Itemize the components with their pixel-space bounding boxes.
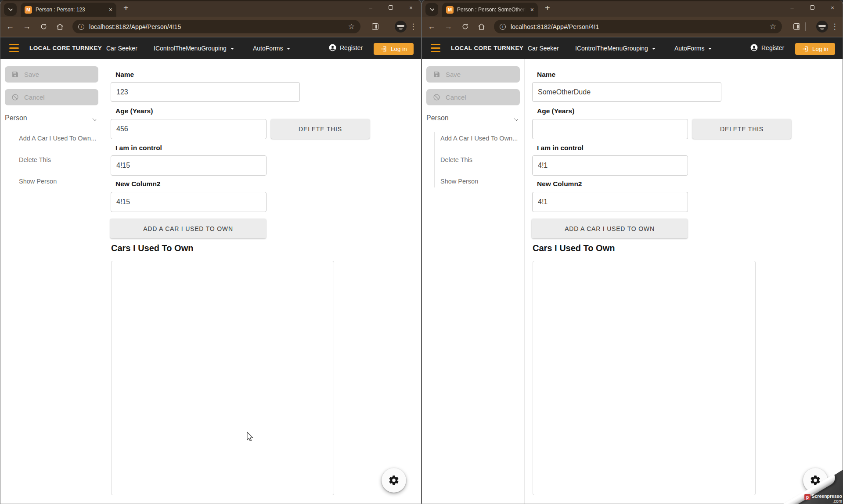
cars-list-box [533,261,756,495]
sidebar-item-add-car[interactable]: Add A Car I Used To Own... [19,135,96,142]
column2-input[interactable]: 4!1 [532,192,688,212]
control-input[interactable]: 4!15 [111,155,267,176]
app-navbar: LOCAL CORE TURNKEY Car Seeker IControlTh… [0,37,421,59]
bookmark-star-icon[interactable]: ☆ [770,22,776,31]
control-input[interactable]: 4!1 [532,155,688,176]
reload-icon [461,23,469,30]
forward-button[interactable]: → [19,17,35,36]
minimize-button[interactable]: – [360,4,381,11]
column2-input[interactable]: 4!15 [111,192,267,212]
browser-toolbar: ← → i localhost:8182/App#/Person/4!1 ☆ ⋮ [422,17,843,37]
name-label: Name [537,71,555,79]
chevron-down-icon [429,6,434,11]
reload-button[interactable] [457,17,473,36]
side-panel-icon[interactable] [793,23,800,30]
mouse-cursor [246,432,254,442]
register-link[interactable]: Register [328,43,363,52]
gear-icon [388,475,400,486]
site-info-icon[interactable]: i [78,24,84,30]
age-input[interactable]: 456 [111,119,267,139]
back-button[interactable]: ← [2,17,18,36]
hamburger-menu-icon[interactable] [431,44,440,52]
tab-search-button[interactable] [4,3,17,16]
dropdown-caret-icon [652,48,656,50]
dropdown-caret-icon [708,48,712,50]
sidebar-item-show-person[interactable]: Show Person [440,178,478,185]
browser-window-right: M Person : Person: SomeOtherDude × + – ×… [422,0,843,504]
forward-button[interactable]: → [440,17,456,36]
tab-close-icon[interactable]: × [530,7,534,13]
cancel-button[interactable]: Cancel [426,89,520,105]
browser-tab[interactable]: M Person : Person: 123 × [21,3,116,17]
dropdown-caret-icon [231,48,234,50]
section-collapse-icon[interactable] [93,117,97,121]
new-tab-button[interactable]: + [545,3,550,13]
address-bar[interactable]: i localhost:8182/App#/Person/4!1 ☆ [494,20,782,33]
nav-item-autoforms[interactable]: AutoForms [253,45,290,52]
tab-close-icon[interactable]: × [109,7,112,13]
screenpresso-watermark: p Screenpresso .com [782,467,843,504]
minimize-button[interactable]: – [782,4,802,11]
window-controls: – × [782,0,843,15]
close-button[interactable]: × [401,4,421,11]
new-tab-button[interactable]: + [123,3,129,13]
delete-this-button[interactable]: DELETE THIS [692,119,791,139]
app-navbar: LOCAL CORE TURNKEY Car Seeker IControlTh… [422,37,843,59]
sidebar-section-person[interactable]: Person [5,114,27,122]
watermark-domain: .com [832,499,842,504]
cancel-button[interactable]: Cancel [5,89,98,105]
reload-button[interactable] [36,17,51,36]
person-icon [750,43,758,52]
browser-menu-icon[interactable]: ⋮ [829,17,840,36]
age-input[interactable] [532,119,688,139]
nav-item-car-seeker[interactable]: Car Seeker [106,45,137,52]
tab-search-button[interactable] [425,3,438,16]
hamburger-menu-icon[interactable] [9,44,19,52]
site-info-icon[interactable]: i [500,24,506,30]
settings-fab[interactable] [382,468,406,493]
login-button[interactable]: Log in [374,43,414,55]
delete-this-button[interactable]: DELETE THIS [271,119,370,139]
name-input[interactable]: SomeOtherDude [532,82,721,102]
watermark-brand: Screenpresso [812,493,842,499]
profile-avatar[interactable] [816,21,828,32]
sidebar-item-delete-this[interactable]: Delete This [19,156,51,163]
age-label: Age (Years) [115,107,153,115]
sidebar-section-person[interactable]: Person [426,114,449,122]
cars-list-box [111,261,334,495]
maximize-button[interactable] [802,5,822,10]
save-button[interactable]: Save [426,66,520,83]
nav-item-menu-grouping[interactable]: IControlTheMenuGrouping [575,45,656,52]
login-button[interactable]: Log in [795,43,835,55]
nav-item-menu-grouping[interactable]: IControlTheMenuGrouping [154,45,234,52]
sidebar-item-show-person[interactable]: Show Person [19,178,57,185]
sidebar-item-delete-this[interactable]: Delete This [440,156,472,163]
add-car-button[interactable]: ADD A CAR I USED TO OWN [110,219,266,238]
tab-title: Person : Person: SomeOtherDude [457,7,526,13]
sidebar-item-add-car[interactable]: Add A Car I Used To Own... [440,135,518,142]
name-label: Name [115,71,134,79]
register-link[interactable]: Register [750,43,784,52]
browser-tab[interactable]: M Person : Person: SomeOtherDude × [442,3,538,17]
maximize-button[interactable] [381,5,401,10]
page-content: Save Cancel Person Add A Car I Used To O… [422,59,843,504]
home-icon [477,22,486,31]
bookmark-star-icon[interactable]: ☆ [348,22,355,31]
back-button[interactable]: ← [424,17,440,36]
home-button[interactable] [52,17,68,36]
page-content: Save Cancel Person Add A Car I Used To O… [0,59,421,504]
profile-avatar[interactable] [395,21,407,32]
add-car-button[interactable]: ADD A CAR I USED TO OWN [532,219,688,238]
browser-menu-icon[interactable]: ⋮ [408,17,418,36]
app-brand[interactable]: LOCAL CORE TURNKEY [29,45,102,51]
nav-item-car-seeker[interactable]: Car Seeker [528,45,559,52]
home-button[interactable] [473,17,489,36]
nav-item-autoforms[interactable]: AutoForms [674,45,712,52]
app-brand[interactable]: LOCAL CORE TURNKEY [451,45,523,51]
save-button[interactable]: Save [5,66,98,83]
side-panel-icon[interactable] [372,23,378,30]
section-collapse-icon[interactable] [514,117,518,121]
close-button[interactable]: × [822,4,843,11]
address-bar[interactable]: i localhost:8182/App#/Person/4!15 ☆ [72,20,360,33]
name-input[interactable]: 123 [111,82,300,102]
